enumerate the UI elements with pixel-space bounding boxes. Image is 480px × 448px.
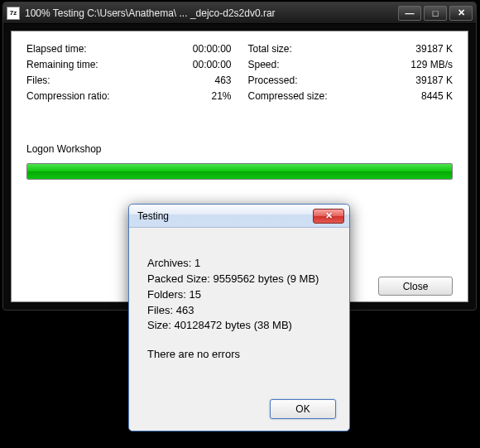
stat-compressed-size: Compressed size: 8445 K <box>248 90 454 102</box>
close-button[interactable]: Close <box>378 277 453 296</box>
app-icon: 7z <box>7 7 20 20</box>
stat-processed: Processed: 39187 K <box>248 75 454 86</box>
maximize-button[interactable]: □ <box>424 6 447 21</box>
line-folders: Folders: 15 <box>147 287 331 303</box>
progress-bar <box>26 163 453 180</box>
current-file-label: Logon Workshop <box>26 143 453 155</box>
stat-elapsed: Elapsed time: 00:00:00 <box>26 43 232 55</box>
stat-label: Speed: <box>248 59 280 70</box>
stat-files: Files: 463 <box>26 75 232 86</box>
stat-value: 463 <box>214 75 231 86</box>
stat-label: Compressed size: <box>248 90 328 102</box>
line-size: Size: 40128472 bytes (38 MB) <box>147 318 331 334</box>
stat-label: Remaining time: <box>26 59 98 70</box>
stats-left: Elapsed time: 00:00:00 Remaining time: 0… <box>26 43 232 102</box>
stats-right: Total size: 39187 K Speed: 129 MB/s Proc… <box>248 43 454 102</box>
stat-ratio: Compression ratio: 21% <box>26 90 232 102</box>
line-packed-size: Packed Size: 9559562 bytes (9 MB) <box>147 272 331 287</box>
window-title: 100% Testing C:\Users\Anathema\ ... _dej… <box>25 7 398 19</box>
stat-value: 39187 K <box>415 43 453 55</box>
stat-label: Elapsed time: <box>26 43 87 55</box>
line-archives: Archives: 1 <box>147 256 331 272</box>
stat-value: 00:00:00 <box>193 59 232 70</box>
stat-value: 00:00:00 <box>193 43 232 55</box>
titlebar[interactable]: 7z 100% Testing C:\Users\Anathema\ ... _… <box>3 2 476 24</box>
stat-remaining: Remaining time: 00:00:00 <box>26 59 232 70</box>
dialog-titlebar[interactable]: Testing ✕ <box>129 205 349 228</box>
stat-label: Processed: <box>248 75 298 86</box>
progress-fill <box>27 164 452 179</box>
stat-value: 21% <box>211 90 231 102</box>
dialog-close-button[interactable]: ✕ <box>313 209 344 224</box>
dialog-body: Archives: 1 Packed Size: 9559562 bytes (… <box>129 228 349 371</box>
ok-button[interactable]: OK <box>270 399 336 419</box>
stat-total-size: Total size: 39187 K <box>248 43 454 55</box>
line-files: Files: 463 <box>147 303 331 319</box>
minimize-button[interactable]: — <box>398 6 421 21</box>
dialog-title: Testing <box>137 210 313 222</box>
stat-value: 39187 K <box>415 75 453 86</box>
stat-label: Total size: <box>248 43 292 55</box>
stat-value: 8445 K <box>421 90 453 102</box>
stats-grid: Elapsed time: 00:00:00 Remaining time: 0… <box>26 43 453 102</box>
close-window-button[interactable]: ✕ <box>449 6 473 21</box>
result-dialog: Testing ✕ Archives: 1 Packed Size: 95595… <box>128 204 350 431</box>
stat-label: Compression ratio: <box>26 90 110 102</box>
line-status: There are no errors <box>147 347 331 363</box>
stat-speed: Speed: 129 MB/s <box>248 59 454 70</box>
stat-value: 129 MB/s <box>410 59 453 70</box>
stat-label: Files: <box>26 75 50 86</box>
